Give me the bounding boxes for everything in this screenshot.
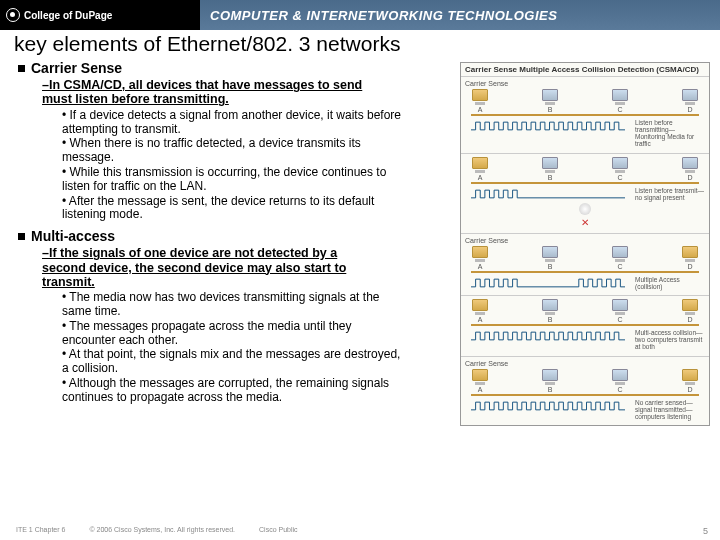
footer-copyright: © 2006 Cisco Systems, Inc. All rights re… [89,526,235,536]
collision-x-icon: ✕ [465,217,705,228]
footer-chapter: ITE 1 Chapter 6 [16,526,65,536]
signal-wave [471,329,625,343]
collision-icon [579,203,591,215]
panel-tag: Carrier Sense [465,237,705,244]
computer-b-icon: B [541,246,559,270]
section1-bullet: • When there is no traffic detected, a d… [62,137,402,165]
computer-d-icon: D [681,299,699,323]
media-wire [471,271,699,273]
panel-caption: Multi-access collision—two computers tra… [635,329,705,350]
text-column: key elements of Ethernet/802. 3 networks… [18,32,456,426]
computer-row: A B C D [465,369,705,393]
computer-c-icon: C [611,157,629,181]
media-wire [471,394,699,396]
computer-row: A B C D [465,157,705,181]
panel-tag: Carrier Sense [465,80,705,87]
bullet-square-icon [18,233,25,240]
computer-row: A B C D [465,299,705,323]
computer-b-icon: B [541,299,559,323]
diagram-title: Carrier Sense Multiple Access Collision … [461,63,709,76]
diagram-panel-3: Carrier Sense A B C D Multiple Access (c… [461,233,709,295]
diagram-panel-4: A B C D Multi-access collision—two compu… [461,295,709,355]
college-brand: College of DuPage [0,0,200,30]
diagram-column: Carrier Sense Multiple Access Collision … [460,32,710,426]
computer-a-icon: A [471,246,489,270]
computer-d-icon: D [681,369,699,393]
computer-c-icon: C [611,246,629,270]
section1-bullet: • While this transmission is occurring, … [62,166,402,194]
signal-wave [471,187,625,201]
section1-subhead: –In CSMA/CD, all devices that have messa… [42,78,382,107]
panel-caption: No carrier sensed—signal transmitted—com… [635,399,705,420]
section2-label: Multi-access [31,228,115,244]
computer-c-icon: C [611,89,629,113]
footer-public: Cisco Public [259,526,298,536]
computer-row: A B C D [465,246,705,270]
computer-b-icon: B [541,157,559,181]
csma-diagram: Carrier Sense Multiple Access Collision … [460,62,710,426]
page-header: College of DuPage COMPUTER & INTERNETWOR… [0,0,720,30]
media-wire [471,114,699,116]
media-wire [471,324,699,326]
computer-row: A B C D [465,89,705,113]
course-title: COMPUTER & INTERNETWORKING TECHNOLOGIES [200,0,720,30]
slide-footer: ITE 1 Chapter 6 © 2006 Cisco Systems, In… [16,526,708,536]
media-wire [471,182,699,184]
computer-c-icon: C [611,369,629,393]
section1-label: Carrier Sense [31,60,122,76]
section1-bullet: • After the message is sent, the device … [62,195,402,223]
computer-c-icon: C [611,299,629,323]
bullet-square-icon [18,65,25,72]
section-carrier-sense: Carrier Sense [18,60,456,76]
college-logo-icon [6,8,20,22]
diagram-panel-5: Carrier Sense A B C D No carrier sensed—… [461,356,709,425]
computer-a-icon: A [471,369,489,393]
section2-bullet: • At that point, the signals mix and the… [62,348,402,376]
panel-tag: Carrier Sense [465,360,705,367]
computer-d-icon: D [681,246,699,270]
panel-caption: Listen before transmitting—Monitoring Me… [635,119,705,148]
section2-subhead: –If the signals of one device are not de… [42,246,382,289]
slide-title: key elements of Ethernet/802. 3 networks [14,32,456,56]
section2-bullet: • The media now has two devices transmit… [62,291,402,319]
computer-b-icon: B [541,89,559,113]
panel-caption: Listen before transmit—no signal present [635,187,705,201]
section-multi-access: Multi-access [18,228,456,244]
section2-bullet: • Although the messages are corrupted, t… [62,377,402,405]
diagram-panel-1: Carrier Sense A B C D Listen before tran… [461,76,709,153]
slide-content: key elements of Ethernet/802. 3 networks… [0,30,720,426]
computer-a-icon: A [471,157,489,181]
section2-bullet: • The messages propagate across the medi… [62,320,402,348]
diagram-panel-2: A B C D Listen before transmit—no signal… [461,153,709,233]
computer-b-icon: B [541,369,559,393]
computer-d-icon: D [681,89,699,113]
computer-d-icon: D [681,157,699,181]
section1-bullet: • If a device detects a signal from anot… [62,109,402,137]
college-name: College of DuPage [24,10,112,21]
computer-a-icon: A [471,299,489,323]
computer-a-icon: A [471,89,489,113]
signal-wave [471,276,625,290]
page-number: 5 [703,526,708,536]
signal-wave [471,399,625,413]
panel-caption: Multiple Access (collision) [635,276,705,290]
signal-wave [471,119,625,133]
